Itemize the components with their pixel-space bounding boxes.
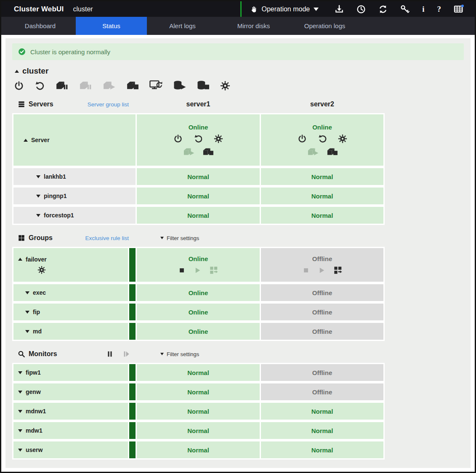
power-icon — [173, 134, 183, 143]
download-button[interactable] — [335, 5, 344, 14]
start-group-button — [193, 266, 202, 275]
version-info-button[interactable]: i — [422, 5, 424, 13]
failover-server2-cell: Offline — [261, 248, 383, 282]
monitor-color-stripe — [129, 441, 136, 458]
pause-monitors-button[interactable] — [106, 350, 114, 358]
stop-server-button[interactable] — [298, 134, 307, 143]
tab-operation-logs[interactable]: Operation logs — [289, 17, 360, 35]
reboot-server-button[interactable] — [194, 134, 203, 143]
tree-item-mdw1[interactable]: mdw1 — [13, 422, 128, 439]
chevron-down-icon — [160, 237, 164, 239]
stop-groups-on-server-button[interactable] — [326, 147, 338, 157]
time-info-button[interactable] — [356, 5, 366, 14]
monitor-row: mdnw1 Normal Normal — [13, 403, 383, 420]
monitors-filter-settings[interactable]: Filter settings — [137, 351, 260, 357]
groups-filter-settings[interactable]: Filter settings — [137, 235, 260, 241]
tree-item-failover[interactable]: failover — [13, 248, 128, 282]
tree-item-pingnp1[interactable]: pingnp1 — [13, 188, 136, 204]
monitor-row: mdw1 Normal Normal — [13, 422, 383, 439]
move-group-button[interactable] — [333, 266, 343, 275]
tree-item-fipw1[interactable]: fipw1 — [13, 364, 128, 381]
tree-item-exec[interactable]: exec — [13, 284, 128, 301]
server-settings-button[interactable] — [214, 134, 223, 143]
cluster-settings-button[interactable] — [220, 81, 230, 91]
groups-table: failover Online Offline — [12, 247, 385, 341]
tree-item-genw[interactable]: genw — [13, 383, 128, 400]
expand-down-icon — [18, 449, 22, 452]
heartbeat-row: lankhb1 Normal Normal — [13, 168, 383, 185]
tree-item-forcestop1[interactable]: forcestop1 — [13, 207, 136, 224]
status-cell: Offline — [261, 323, 383, 340]
exclusive-rule-list-link[interactable]: Exclusive rule list — [85, 235, 129, 241]
integrated-manager-button[interactable] — [454, 4, 464, 14]
tab-dashboard[interactable]: Dashboard — [5, 17, 76, 35]
monitors-table: fipw1 Normal Offline genw Normal Offline — [12, 363, 385, 460]
stop-groups-on-server-button[interactable] — [202, 147, 214, 157]
app-title: Cluster WebUI — [14, 5, 64, 13]
check-circle-icon — [18, 48, 26, 56]
tree-item-userw[interactable]: userw — [13, 441, 128, 458]
failover-server1-cell: Online — [137, 248, 260, 282]
tree-item-server[interactable]: Server — [13, 114, 136, 166]
start-mirror-agent-button[interactable] — [173, 80, 186, 91]
stop-all-groups-button[interactable] — [126, 80, 139, 91]
expand-down-icon — [36, 214, 40, 217]
expand-down-icon — [36, 175, 40, 178]
groups-section-header: Groups Exclusive rule list Filter settin… — [13, 232, 464, 244]
expand-down-icon — [18, 391, 22, 394]
refresh-icon — [378, 5, 388, 14]
database-play-icon — [173, 80, 186, 91]
status-text: Online — [312, 124, 332, 131]
status-cell: Offline — [261, 304, 383, 320]
stop-server-button[interactable] — [173, 134, 183, 143]
group-color-stripe — [129, 284, 136, 301]
info-icon: i — [422, 5, 424, 13]
status-cell: Normal — [137, 441, 260, 458]
status-text: Online — [189, 124, 208, 131]
stop-cluster-button[interactable] — [14, 81, 24, 91]
status-cell: Normal — [261, 441, 383, 458]
hand-icon — [250, 5, 258, 13]
screen-restart-icon — [149, 80, 162, 91]
collapse-up-icon — [15, 70, 19, 73]
resume-icon — [122, 350, 130, 358]
monitors-title: Monitors — [29, 350, 57, 358]
server-settings-button[interactable] — [338, 134, 347, 143]
suspend-cluster-button[interactable] — [55, 80, 68, 91]
cube-play-icon — [183, 147, 194, 157]
monitor-color-stripe — [129, 422, 136, 439]
database-stop-icon — [197, 80, 210, 91]
tree-item-lankhb1[interactable]: lankhb1 — [13, 168, 136, 185]
status-cell: Offline — [261, 364, 383, 381]
reboot-server-button[interactable] — [318, 134, 327, 143]
stop-mirror-agent-button[interactable] — [197, 80, 210, 91]
tab-status[interactable]: Status — [76, 17, 147, 35]
cube-stop-icon — [126, 80, 139, 91]
license-button[interactable] — [400, 5, 410, 14]
tree-item-fip[interactable]: fip — [13, 304, 128, 320]
tab-mirror-disks[interactable]: Mirror disks — [218, 17, 289, 35]
server-group-list-link[interactable]: Server group list — [88, 101, 129, 108]
chevron-down-icon — [160, 353, 164, 355]
monitor-color-stripe — [129, 364, 136, 381]
help-button[interactable]: ? — [437, 5, 441, 13]
server-row: Server Online Online — [13, 114, 383, 166]
restart-manager-button[interactable] — [149, 80, 162, 91]
restart-icon — [194, 134, 203, 143]
monitor-row: genw Normal Offline — [13, 383, 383, 400]
expand-down-icon — [25, 291, 29, 294]
stop-group-button[interactable] — [178, 267, 186, 274]
reboot-cluster-button[interactable] — [35, 81, 45, 91]
cluster-collapse-header[interactable]: cluster — [15, 66, 464, 76]
collapse-up-icon — [24, 139, 28, 142]
column-header-server1: server1 — [137, 100, 260, 108]
start-groups-on-server-button — [307, 147, 319, 157]
operation-mode-dropdown[interactable]: Operation mode — [240, 1, 327, 17]
group-settings-button[interactable] — [37, 266, 46, 274]
tree-item-mdnw1[interactable]: mdnw1 — [13, 403, 128, 420]
tab-alert-logs[interactable]: Alert logs — [147, 17, 218, 35]
reload-button[interactable] — [378, 5, 388, 14]
cube-play-icon — [307, 147, 319, 157]
status-cell: Normal — [261, 168, 383, 185]
tree-item-md[interactable]: md — [13, 323, 128, 340]
